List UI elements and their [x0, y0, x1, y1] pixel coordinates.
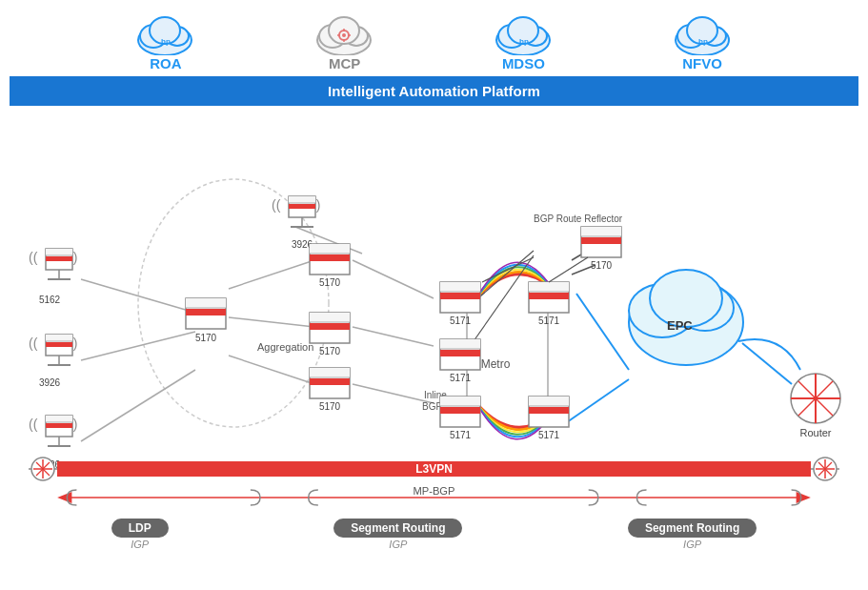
svg-rect-94 — [310, 254, 350, 261]
app-nfvo-label: NFVO — [682, 55, 722, 71]
svg-text:bp: bp — [698, 37, 708, 46]
l3vpn-bar: L3VPN — [57, 461, 811, 477]
seg-routing1-sub: IGP — [389, 539, 407, 550]
svg-text:Router: Router — [799, 427, 831, 438]
svg-text:5171: 5171 — [450, 315, 472, 326]
l3vpn-right-endpoint — [811, 456, 839, 482]
bottom-area: L3VPN — [0, 452, 868, 590]
svg-text:5171: 5171 — [450, 430, 472, 440]
svg-rect-124 — [581, 227, 621, 236]
svg-text:((: (( — [29, 336, 38, 351]
svg-rect-79 — [289, 196, 315, 203]
svg-rect-130 — [529, 282, 569, 292]
seg-ldp-pill: LDP — [111, 519, 169, 538]
svg-rect-114 — [440, 350, 480, 356]
svg-line-45 — [576, 294, 629, 370]
svg-text:((: (( — [29, 250, 38, 265]
svg-rect-88 — [186, 309, 226, 315]
svg-rect-137 — [529, 407, 569, 414]
mcp-cloud-icon — [313, 10, 375, 55]
svg-text:MP-BGP: MP-BGP — [414, 485, 455, 497]
svg-line-32 — [81, 332, 195, 360]
svg-text:5170: 5170 — [319, 346, 341, 356]
svg-text:bp: bp — [161, 37, 171, 46]
svg-rect-119 — [440, 397, 480, 406]
svg-rect-126 — [581, 237, 621, 244]
svg-rect-72 — [46, 423, 72, 428]
app-mcp-label: MCP — [329, 55, 360, 71]
svg-rect-112 — [440, 339, 480, 349]
nfvo-cloud-icon: bp — [672, 10, 734, 55]
app-nfvo: bp NFVO — [672, 10, 734, 71]
svg-text:3926: 3926 — [39, 377, 61, 388]
seg-routing2-sub: IGP — [683, 539, 701, 550]
app-mcp: MCP — [313, 10, 375, 71]
svg-text:5170: 5170 — [195, 333, 217, 343]
seg-ldp-sub: IGP — [131, 539, 149, 550]
segment-routing-2: Segment Routing IGP — [628, 519, 757, 550]
segment-ldp: LDP IGP — [111, 519, 169, 550]
mdso-cloud-icon: bp — [493, 10, 555, 55]
svg-rect-132 — [529, 293, 569, 299]
segments-row: LDP IGP Segment Routing IGP Segment Rout… — [0, 517, 868, 552]
svg-rect-61 — [46, 335, 72, 341]
svg-text:Metro: Metro — [481, 357, 511, 371]
svg-rect-135 — [529, 397, 569, 406]
svg-rect-104 — [310, 378, 350, 385]
svg-line-40 — [353, 384, 434, 403]
svg-rect-52 — [46, 249, 72, 255]
seg-routing1-pill: Segment Routing — [333, 519, 462, 538]
svg-line-38 — [353, 260, 434, 298]
svg-text:5171: 5171 — [450, 373, 472, 383]
app-roa: bp ROA — [134, 10, 196, 71]
top-clouds: bp ROA MCP — [0, 0, 868, 81]
l3vpn-left-endpoint — [29, 456, 57, 482]
segment-routing-1: Segment Routing IGP — [333, 519, 462, 550]
banner: Intelligent Automation Platform — [10, 76, 858, 106]
network-diagram: EPC — [0, 103, 868, 475]
seg-routing2-pill: Segment Routing — [628, 519, 757, 538]
main-container: bp ROA MCP — [0, 0, 868, 590]
app-roa-label: ROA — [150, 55, 181, 71]
svg-text:((: (( — [272, 197, 281, 213]
svg-text:5171: 5171 — [538, 430, 560, 440]
svg-rect-70 — [46, 416, 72, 422]
svg-rect-99 — [310, 323, 350, 330]
svg-rect-121 — [440, 407, 480, 414]
svg-text:5170: 5170 — [319, 277, 341, 288]
svg-rect-54 — [46, 256, 72, 261]
mp-bgp-row: MP-BGP — [48, 484, 820, 515]
svg-line-46 — [567, 379, 629, 422]
svg-text:5162: 5162 — [39, 295, 61, 305]
svg-text:Aggregation: Aggregation — [257, 341, 313, 353]
svg-text:BGP Route Reflector: BGP Route Reflector — [534, 214, 623, 224]
svg-rect-107 — [440, 282, 480, 292]
svg-rect-81 — [289, 204, 315, 209]
svg-rect-63 — [46, 342, 72, 347]
svg-text:5170: 5170 — [591, 260, 613, 271]
svg-line-36 — [229, 356, 314, 384]
svg-line-35 — [229, 317, 314, 327]
mp-bgp-arrow: MP-BGP — [48, 484, 820, 511]
svg-text:EPC: EPC — [667, 318, 693, 333]
svg-text:bp: bp — [519, 37, 529, 46]
svg-rect-92 — [310, 244, 350, 254]
svg-line-39 — [353, 327, 434, 346]
roa-cloud-icon: bp — [134, 10, 196, 55]
app-mdso-label: MDSO — [502, 55, 545, 71]
svg-text:5170: 5170 — [319, 401, 341, 412]
l3vpn-row: L3VPN — [29, 456, 839, 482]
svg-rect-97 — [310, 313, 350, 322]
svg-line-33 — [81, 370, 195, 441]
svg-rect-102 — [310, 368, 350, 377]
svg-text:5171: 5171 — [538, 315, 560, 326]
svg-point-10 — [342, 33, 346, 37]
svg-marker-164 — [57, 492, 71, 503]
svg-line-34 — [229, 260, 314, 289]
svg-marker-165 — [797, 492, 811, 503]
svg-rect-86 — [186, 298, 226, 308]
app-mdso: bp MDSO — [493, 10, 555, 71]
svg-text:((: (( — [29, 417, 38, 432]
svg-rect-109 — [440, 293, 480, 299]
